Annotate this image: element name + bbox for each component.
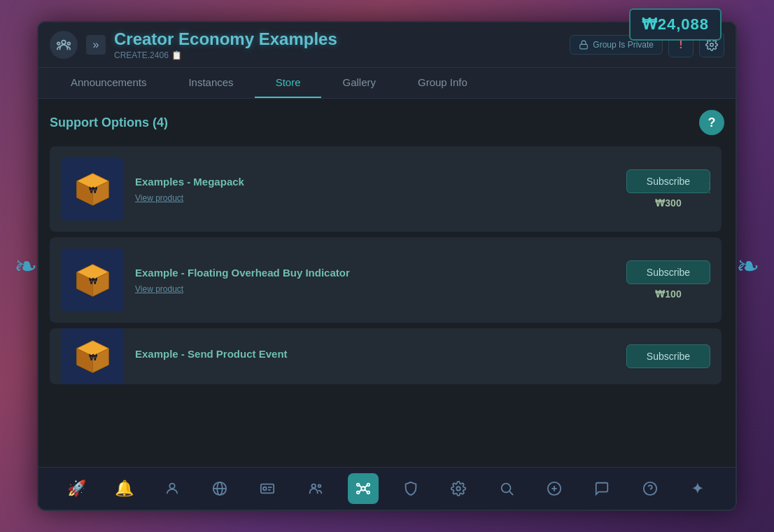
- subscribe-btn-3[interactable]: Subscribe: [626, 344, 710, 368]
- svg-point-28: [311, 484, 316, 489]
- svg-point-20: [169, 484, 174, 489]
- nav-network[interactable]: [348, 473, 379, 504]
- products-list: ₩ Examples - Megapack View product Subsc…: [50, 146, 724, 450]
- svg-text:₩: ₩: [88, 352, 97, 361]
- tabs-bar: Announcements Instances Store Gallery Gr…: [38, 68, 736, 99]
- balance-symbol: ₩: [642, 15, 658, 33]
- section-header: Support Options (4) ?: [50, 110, 724, 135]
- nav-rocket[interactable]: 🚀: [61, 473, 92, 504]
- product-card-3: ₩ Example - Send Product Event Subscribe: [50, 328, 722, 384]
- subtitle: CREATE.2406 📋: [114, 50, 561, 60]
- product-actions-2: Subscribe ₩100: [626, 260, 710, 300]
- subscribe-btn-2[interactable]: Subscribe: [626, 260, 710, 284]
- svg-point-40: [501, 484, 510, 493]
- product-actions-1: Subscribe ₩300: [626, 169, 710, 209]
- price-tag-1: ₩300: [655, 197, 681, 209]
- section-title: Support Options (4): [50, 115, 168, 130]
- svg-line-35: [359, 485, 362, 488]
- svg-point-4: [710, 43, 714, 47]
- svg-point-25: [263, 487, 267, 491]
- product-info-1: Examples - Megapack View product: [135, 176, 615, 203]
- subtitle-text: CREATE.2406: [114, 50, 169, 60]
- tab-gallery[interactable]: Gallery: [321, 68, 397, 98]
- main-window: ₩24,088 ❧ ❧ » Creator Economy Examples C…: [37, 21, 737, 511]
- svg-point-0: [62, 41, 66, 45]
- chevron-btn[interactable]: »: [86, 35, 106, 55]
- svg-line-36: [365, 485, 367, 488]
- balance-amount: 24,088: [658, 15, 709, 33]
- nav-logo[interactable]: ✦: [682, 473, 713, 504]
- nav-chat[interactable]: [586, 473, 617, 504]
- help-btn[interactable]: ?: [699, 110, 724, 135]
- content-area: Support Options (4) ? ₩ Examp: [38, 99, 736, 467]
- nav-help[interactable]: [635, 473, 666, 504]
- product-image-2: ₩: [61, 248, 124, 312]
- svg-point-33: [357, 491, 360, 494]
- nav-groups[interactable]: [300, 473, 331, 504]
- tab-instances[interactable]: Instances: [167, 68, 254, 98]
- balance-badge: ₩24,088: [629, 8, 722, 41]
- product-card-1: ₩ Examples - Megapack View product Subsc…: [50, 146, 722, 232]
- product-name-2: Example - Floating Overhead Buy Indicato…: [135, 267, 615, 279]
- product-info-2: Example - Floating Overhead Buy Indicato…: [135, 267, 615, 294]
- svg-point-39: [457, 486, 461, 491]
- product-actions-3: Subscribe: [626, 344, 710, 368]
- svg-line-41: [509, 491, 513, 495]
- svg-line-38: [365, 489, 367, 492]
- product-card-2: ₩ Example - Floating Overhead Buy Indica…: [50, 237, 722, 323]
- product-image-1: ₩: [61, 158, 124, 220]
- view-product-link-1[interactable]: View product: [135, 193, 615, 203]
- price-tag-2: ₩100: [655, 288, 681, 300]
- svg-point-1: [57, 42, 60, 45]
- product-name-1: Examples - Megapack: [135, 176, 615, 188]
- copy-icon[interactable]: 📋: [171, 50, 182, 60]
- nav-settings[interactable]: [443, 473, 474, 504]
- nav-add[interactable]: [539, 473, 570, 504]
- title-area: Creator Economy Examples CREATE.2406 📋: [114, 29, 561, 60]
- tab-group-info[interactable]: Group Info: [397, 68, 488, 98]
- wing-right-icon: ❧: [736, 250, 760, 282]
- subscribe-btn-1[interactable]: Subscribe: [626, 169, 710, 193]
- svg-rect-3: [580, 44, 588, 48]
- nav-profile[interactable]: [157, 473, 188, 504]
- svg-point-32: [367, 484, 370, 486]
- nav-explore[interactable]: [204, 473, 235, 504]
- product-image-3: ₩: [61, 328, 124, 384]
- nav-shield[interactable]: [395, 473, 426, 504]
- nav-bell[interactable]: 🔔: [108, 473, 139, 504]
- dots-menu-1[interactable]: ···: [703, 182, 716, 195]
- svg-point-2: [68, 42, 71, 45]
- svg-line-37: [359, 489, 362, 492]
- view-product-link-2[interactable]: View product: [135, 284, 615, 294]
- bottom-nav: 🚀 🔔: [38, 467, 736, 510]
- nav-search[interactable]: [491, 473, 522, 504]
- nav-id-card[interactable]: [252, 473, 283, 504]
- private-btn-label: Group Is Private: [593, 40, 654, 50]
- svg-text:₩: ₩: [88, 185, 97, 194]
- svg-point-34: [367, 491, 370, 494]
- group-icon: [50, 31, 78, 59]
- group-title: Creator Economy Examples: [114, 29, 561, 49]
- svg-text:₩: ₩: [88, 276, 97, 285]
- tab-store[interactable]: Store: [255, 68, 322, 98]
- product-name-3: Example - Send Product Event: [135, 348, 615, 360]
- svg-point-31: [357, 484, 360, 486]
- tab-announcements[interactable]: Announcements: [50, 68, 167, 98]
- wing-left-icon: ❧: [14, 250, 38, 282]
- svg-point-29: [318, 485, 321, 488]
- product-info-3: Example - Send Product Event: [135, 348, 615, 365]
